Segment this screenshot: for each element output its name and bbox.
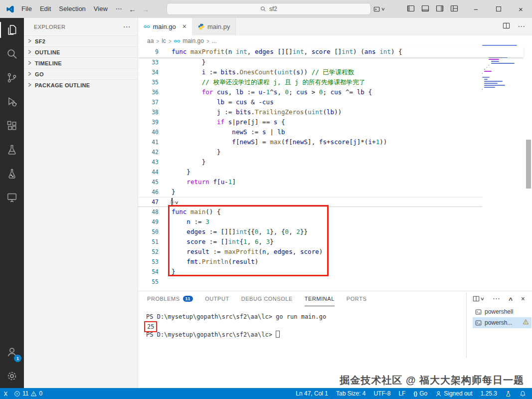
activity-settings[interactable] [0, 364, 24, 388]
code-line-49[interactable]: 49 n := 3 [138, 217, 482, 227]
terminal-list-item-powershell[interactable]: powershell [473, 306, 532, 317]
sidebar-section-go[interactable]: > GO [24, 68, 138, 79]
breadcrumb-item[interactable]: aa [147, 37, 154, 44]
sticky-scroll[interactable]: 9func maxProfit(n int, edges [][]int, sc… [138, 46, 524, 57]
editor-scrollbar[interactable] [525, 18, 532, 291]
maximize-panel-icon[interactable]: ∧ [508, 296, 513, 302]
code-line-43[interactable]: 43 } [138, 157, 482, 167]
code-line-50[interactable]: 50 edges := [][]int{{0, 1}, {0, 2}} [138, 227, 482, 237]
code-line-54[interactable]: 54} [138, 267, 482, 277]
code-line-41[interactable]: 41 f[newS] = max(f[newS], fs+score[j]*(i… [138, 137, 482, 147]
go-tools-icon[interactable] [505, 391, 512, 397]
code-text: fmt.Println(result) [172, 257, 258, 267]
cursor-position[interactable]: Ln 47, Col 1 [296, 390, 328, 397]
menu-edit[interactable]: Edit [36, 0, 55, 18]
code-line-9[interactable]: 9func maxProfit(n int, edges [][]int, sc… [138, 46, 524, 57]
account-status[interactable]: Signed out [435, 390, 472, 397]
toggle-panel-icon[interactable] [421, 4, 429, 14]
close-panel-icon[interactable]: × [521, 295, 525, 303]
run-debug-icon [6, 96, 17, 107]
sidebar-section-timeline[interactable]: > TIMELINE [24, 57, 138, 68]
problems-status[interactable]: 11 0 [14, 390, 42, 397]
code-line-39[interactable]: 39 if s|pre[j] == s { [138, 117, 482, 127]
menu-selection[interactable]: Selection [55, 0, 89, 18]
code-line-53[interactable]: 53 fmt.Println(result) [138, 257, 482, 267]
minimap[interactable] [482, 45, 524, 130]
code-line-38[interactable]: 38 j := bits.TrailingZeros(uint(lb)) [138, 107, 482, 117]
tab-main-go[interactable]: GO main.go × [138, 18, 192, 35]
breadcrumb-item[interactable]: main.go [182, 37, 204, 44]
close-button[interactable]: × [510, 0, 532, 18]
tab-size[interactable]: Tab Size: 4 [336, 390, 365, 397]
go-version[interactable]: 1.25.3 [481, 390, 497, 397]
menu-file[interactable]: File [17, 0, 36, 18]
menu-overflow-icon[interactable]: ⋯ [112, 0, 126, 18]
code-line-37[interactable]: 37 lb = cus & -cus [138, 97, 482, 107]
code-line-47[interactable]: 47 [138, 197, 482, 207]
code-line-33[interactable]: 33 } [138, 57, 482, 67]
eol-indicator[interactable]: LF [398, 390, 405, 397]
terminal[interactable]: PS D:\mysetup\gopath\src\sf2\aa\lc> go r… [146, 312, 326, 339]
close-tab-icon[interactable]: × [182, 23, 186, 30]
encoding[interactable]: UTF-8 [373, 390, 390, 397]
notifications-bell[interactable] [520, 391, 526, 397]
sidebar-section-outline[interactable]: > OUTLINE [24, 46, 138, 57]
panel-tab-ports[interactable]: PORTS [347, 291, 366, 306]
panel-more-actions-icon[interactable]: ⋯ [493, 294, 500, 303]
activity-lab[interactable] [0, 162, 24, 186]
code-line-45[interactable]: 45 return f[u-1] [138, 177, 482, 187]
split-editor-icon[interactable] [503, 22, 510, 31]
code-line-34[interactable]: 34 i := bits.OnesCount(uint(s)) // 已学课程数 [138, 67, 482, 77]
maximize-button[interactable] [487, 0, 510, 18]
sidebar-section-sf2[interactable]: > SF2 [24, 35, 138, 46]
titlebar-extension-action[interactable]: ∨ [373, 0, 385, 18]
split-terminal-button[interactable]: ∨ [473, 295, 484, 302]
activity-run-debug[interactable] [0, 90, 24, 114]
breadcrumb-item[interactable]: lc [162, 37, 166, 44]
activity-explorer[interactable] [0, 18, 24, 42]
panel-tab-label: PORTS [347, 296, 366, 302]
tab-main-py[interactable]: main.py [192, 18, 236, 35]
panel-tab-problems[interactable]: PROBLEMS 11 [147, 291, 193, 306]
code-editor[interactable]: 33 }34 i := bits.OnesCount(uint(s)) // 已… [138, 57, 482, 291]
explorer-actions-icon[interactable]: ⋯ [123, 22, 131, 31]
braces-icon: {} [413, 391, 417, 397]
minimize-button[interactable]: − [465, 0, 487, 18]
code-line-48[interactable]: 48func main() { [138, 207, 482, 217]
sidebar-section-package-outline[interactable]: > PACKAGE OUTLINE [24, 79, 138, 90]
code-line-35[interactable]: 35 // 枚举还没学过的课程 j, 且 j 的所有先修课都学完了 [138, 77, 482, 87]
code-line-44[interactable]: 44 } [138, 167, 482, 177]
panel-tab-output[interactable]: OUTPUT [205, 291, 229, 306]
activity-testing[interactable] [0, 138, 24, 162]
language-mode[interactable]: {} Go [413, 390, 427, 397]
panel-tab-terminal[interactable]: TERMINAL [305, 291, 335, 306]
customize-layout-icon[interactable] [450, 4, 458, 14]
activity-accounts[interactable]: 1 [0, 340, 24, 364]
code-line-52[interactable]: 52 result := maxProfit(n, edges, score) [138, 247, 482, 257]
code-line-55[interactable]: 55 [138, 277, 482, 287]
editor-actions-icon[interactable]: ⋯ [518, 22, 525, 31]
code-line-36[interactable]: 36 for cus, lb := u-1^s, 0; cus > 0; cus… [138, 87, 482, 97]
command-center-search[interactable]: sf2 [167, 3, 371, 15]
navigate-forward-icon[interactable]: → [139, 5, 152, 13]
activity-remote-explorer[interactable] [0, 186, 24, 209]
code-action-gear-icon[interactable]: ∨ [170, 200, 178, 205]
menu-view[interactable]: View [90, 0, 112, 18]
code-line-42[interactable]: 42 } [138, 147, 482, 157]
terminal-sash[interactable] [466, 292, 467, 358]
breadcrumb-item[interactable]: ... [212, 37, 217, 44]
toggle-secondary-sidebar-icon[interactable] [436, 4, 444, 14]
code-line-46[interactable]: 46} [138, 187, 482, 197]
activity-search[interactable] [0, 42, 24, 66]
terminal-list-item-powershell-2[interactable]: powersh... [473, 317, 532, 328]
activity-extensions[interactable] [0, 114, 24, 138]
navigate-back-icon[interactable]: ← [126, 5, 139, 13]
remote-indicator[interactable] [2, 391, 9, 397]
toggle-primary-sidebar-icon[interactable] [407, 4, 415, 14]
activity-source-control[interactable] [0, 66, 24, 90]
code-line-51[interactable]: 51 score := []int{1, 6, 3} [138, 237, 482, 247]
code-line-40[interactable]: 40 newS := s | lb [138, 127, 482, 137]
panel-tab-debug-console[interactable]: DEBUG CONSOLE [241, 291, 293, 306]
scrollbar-thumb[interactable] [526, 140, 531, 189]
minimap-line [482, 91, 524, 92]
